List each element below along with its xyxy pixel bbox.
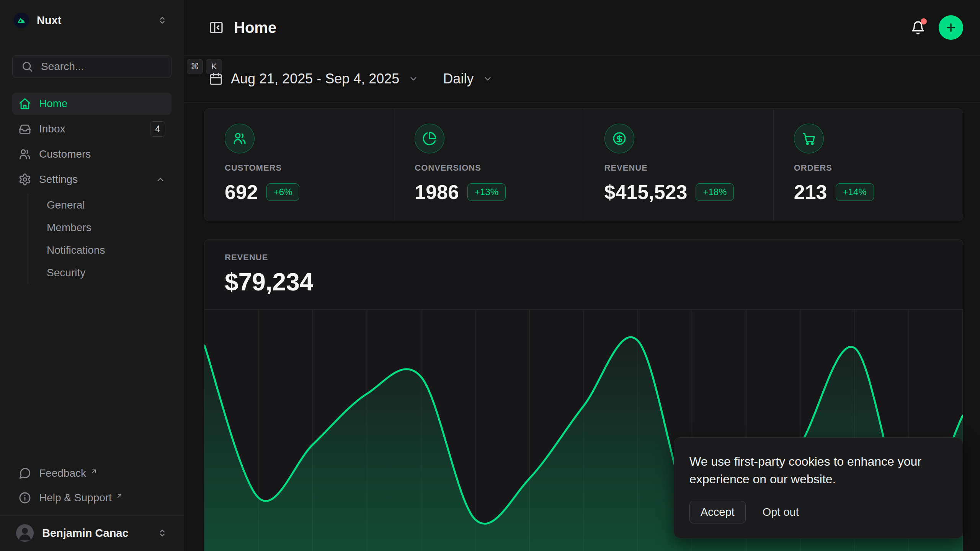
chevron-down-icon	[408, 74, 418, 84]
sidebar: Nuxt ⌘ K Home	[0, 0, 184, 551]
avatar	[16, 524, 34, 542]
stat-delta-badge: +18%	[696, 183, 734, 201]
stat-value: 213	[794, 181, 827, 204]
stat-delta-badge: +6%	[266, 183, 300, 201]
stat-label: CONVERSIONS	[415, 163, 572, 173]
stat-value: 1986	[415, 181, 459, 204]
inbox-count-badge: 4	[150, 121, 165, 137]
cookie-banner: We use first-party cookies to enhance yo…	[674, 437, 963, 538]
sidebar-footer: Feedback Help & Support	[12, 463, 172, 515]
add-button[interactable]	[939, 15, 963, 40]
filters-toolbar: Aug 21, 2025 - Sep 4, 2025 Daily	[184, 55, 980, 103]
granularity-select[interactable]: Daily	[443, 71, 493, 87]
chevron-up-icon	[155, 174, 165, 184]
page-header: Home	[184, 0, 980, 55]
revenue-chart-header: REVENUE $79,234	[204, 240, 963, 309]
sidebar-item-home[interactable]: Home	[12, 93, 172, 115]
workspace-switcher[interactable]: Nuxt	[12, 9, 172, 31]
search-icon	[21, 60, 33, 73]
sidebar-item-security[interactable]: Security	[41, 261, 172, 284]
page-title: Home	[234, 19, 900, 36]
workspace-name: Nuxt	[37, 14, 149, 27]
cookie-message: We use first-party cookies to enhance yo…	[689, 453, 947, 488]
inbox-icon	[18, 122, 31, 135]
date-range-picker[interactable]: Aug 21, 2025 - Sep 4, 2025	[209, 71, 418, 87]
date-range-label: Aug 21, 2025 - Sep 4, 2025	[231, 71, 399, 87]
stats-row: CUSTOMERS 692 +6% CONVERSIONS 1986 +13%	[204, 108, 963, 221]
sidebar-item-settings[interactable]: Settings	[12, 168, 172, 191]
stat-label: REVENUE	[604, 163, 762, 173]
sidebar-item-inbox[interactable]: Inbox 4	[12, 118, 172, 140]
cookie-actions: Accept Opt out	[689, 501, 947, 523]
help-support-label: Help & Support	[39, 492, 112, 504]
sidebar-item-label: Members	[47, 222, 91, 234]
message-bubble-icon	[18, 467, 31, 480]
sidebar-item-label: General	[47, 199, 85, 211]
chevrons-up-down-icon	[157, 528, 168, 538]
stat-label: ORDERS	[794, 163, 951, 173]
sidebar-item-label: Settings	[39, 173, 148, 186]
notification-dot	[921, 18, 927, 24]
house-icon	[18, 97, 31, 110]
user-name: Benjamin Canac	[42, 527, 149, 540]
accept-button[interactable]: Accept	[689, 501, 746, 523]
stat-delta-badge: +14%	[836, 183, 874, 201]
info-circle-icon	[18, 491, 31, 504]
sidebar-collapse-icon[interactable]	[209, 20, 224, 35]
sidebar-item-label: Home	[39, 98, 165, 110]
users-icon	[225, 124, 255, 153]
sidebar-item-label: Customers	[39, 148, 165, 160]
stat-value: 692	[225, 181, 258, 204]
stat-value: $415,523	[604, 181, 688, 204]
stat-revenue: REVENUE $415,523 +18%	[584, 109, 773, 221]
sidebar-item-label: Security	[47, 267, 85, 279]
arrow-up-right-icon	[116, 490, 123, 502]
stat-delta-badge: +13%	[467, 183, 506, 201]
sidebar-item-general[interactable]: General	[41, 194, 172, 216]
opt-out-button[interactable]: Opt out	[763, 506, 799, 518]
stat-customers: CUSTOMERS 692 +6%	[204, 109, 394, 221]
sidebar-item-notifications[interactable]: Notifications	[41, 239, 172, 261]
user-menu[interactable]: Benjamin Canac	[0, 515, 184, 551]
sidebar-item-label: Notifications	[47, 244, 105, 256]
dollar-circle-icon	[604, 124, 634, 153]
users-icon	[18, 148, 31, 161]
revenue-chart-label: REVENUE	[225, 253, 963, 262]
feedback-link[interactable]: Feedback	[12, 463, 172, 484]
settings-subnav: General Members Notifications Security	[28, 194, 172, 284]
help-support-link[interactable]: Help & Support	[12, 487, 172, 509]
stat-label: CUSTOMERS	[225, 163, 382, 173]
pie-chart-icon	[415, 124, 444, 153]
gear-icon	[18, 173, 31, 186]
nuxt-logo-icon	[14, 13, 29, 28]
calendar-icon	[209, 72, 223, 86]
shopping-cart-icon	[794, 124, 824, 153]
chevron-down-icon	[483, 74, 493, 84]
header-actions	[910, 15, 963, 40]
notifications-button[interactable]	[910, 20, 926, 35]
revenue-chart-value: $79,234	[225, 268, 963, 296]
search-input-wrap[interactable]: ⌘ K	[12, 55, 172, 78]
sidebar-spacer	[12, 284, 172, 463]
sidebar-item-label: Inbox	[39, 123, 142, 135]
granularity-label: Daily	[443, 71, 474, 87]
search-input[interactable]	[41, 60, 179, 73]
sidebar-item-members[interactable]: Members	[41, 216, 172, 239]
arrow-up-right-icon	[90, 466, 98, 478]
stat-conversions: CONVERSIONS 1986 +13%	[394, 109, 583, 221]
sidebar-nav: Home Inbox 4 Customers Settings	[12, 93, 172, 284]
sidebar-item-customers[interactable]: Customers	[12, 143, 172, 165]
stat-orders: ORDERS 213 +14%	[773, 109, 963, 221]
feedback-label: Feedback	[39, 467, 86, 479]
chevrons-up-down-icon	[157, 15, 168, 26]
